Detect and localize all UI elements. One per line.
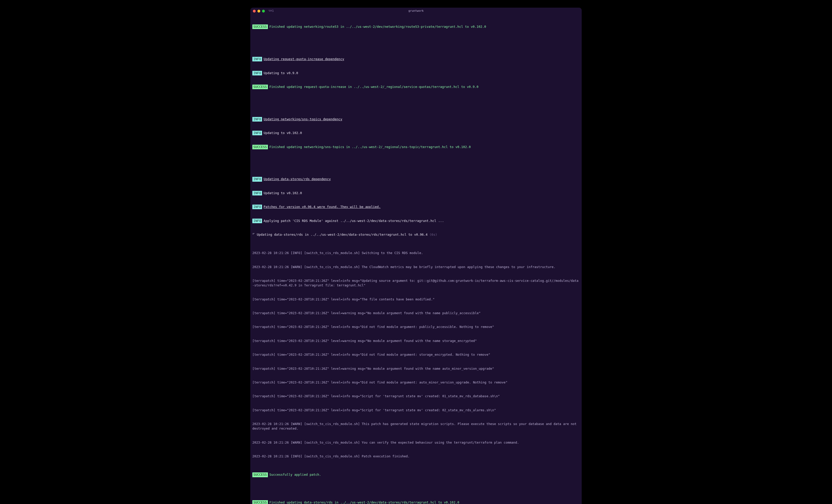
tab-shortcut-label: ⌥⌘1 <box>268 9 274 13</box>
log-line: Successfully applied patch. <box>269 473 321 476</box>
status-badge-success: SUCCESS <box>252 85 268 89</box>
log-line: [terrapatch] time="2023-02-28T10:21:26Z"… <box>252 339 580 343</box>
log-line: 2023-02-28 10:21:26 [INFO] [switch_to_ci… <box>252 251 580 255</box>
status-badge-success: SUCCESS <box>252 145 268 149</box>
log-line: Updating request-quota-increase dependen… <box>264 57 344 61</box>
log-line: Updating to v0.102.0 <box>264 131 302 135</box>
status-badge-info: INFO <box>252 71 262 75</box>
log-line: 2023-02-28 10:21:26 [INFO] [switch_to_ci… <box>252 454 580 459</box>
status-badge-success: SUCCESS <box>252 472 268 477</box>
log-line: Applying patch 'CIS RDS Module' against … <box>264 219 444 223</box>
log-line: Finished updating request-quota-increase… <box>269 85 478 89</box>
log-line: 2023-02-28 10:21:26 [WARN] [switch_to_ci… <box>252 422 580 431</box>
log-line: Updating networking/sns-topics dependenc… <box>264 117 342 121</box>
status-badge-success: SUCCESS <box>252 24 268 29</box>
log-line: Updating to v0.9.0 <box>264 71 298 75</box>
log-line: [terrapatch] time="2023-02-28T10:21:26Z"… <box>252 311 580 315</box>
status-badge-info: INFO <box>252 205 262 209</box>
log-line: [terrapatch] time="2023-02-28T10:21:26Z"… <box>252 278 580 288</box>
titlebar: ⌥⌘1 gruntwork <box>250 8 582 14</box>
spinner-icon: ⠋ <box>252 233 257 236</box>
log-line: [terrapatch] time="2023-02-28T10:21:26Z"… <box>252 297 580 302</box>
status-badge-info: INFO <box>252 117 262 122</box>
log-line: Updating data-stores/rds dependency <box>264 177 331 181</box>
elapsed-time: (6s) <box>430 233 437 236</box>
status-badge-info: INFO <box>252 219 262 223</box>
log-line: Updating data-stores/rds in ../../us-wes… <box>257 233 430 236</box>
status-badge-info: INFO <box>252 191 262 195</box>
terminal-output[interactable]: SUCCESSFinished updating networking/rout… <box>250 14 582 504</box>
log-line: [terrapatch] time="2023-02-28T10:21:26Z"… <box>252 408 580 413</box>
log-line: [terrapatch] time="2023-02-28T10:21:26Z"… <box>252 366 580 371</box>
log-line: [terrapatch] time="2023-02-28T10:21:26Z"… <box>252 394 580 399</box>
log-line: [terrapatch] time="2023-02-28T10:21:26Z"… <box>252 380 580 385</box>
status-badge-info: INFO <box>252 177 262 181</box>
close-button[interactable] <box>253 10 256 12</box>
log-line: Patches for version v0.96.4 were found. … <box>264 205 381 209</box>
log-line: [terrapatch] time="2023-02-28T10:21:26Z"… <box>252 325 580 329</box>
terminal-window: ⌥⌘1 gruntwork SUCCESSFinished updating n… <box>250 8 582 504</box>
log-line: Finished updating data-stores/rds in ../… <box>269 500 459 504</box>
status-badge-info: INFO <box>252 57 262 61</box>
log-line: Finished updating networking/route53 in … <box>269 25 486 29</box>
log-line: Updating to v0.102.0 <box>264 191 302 195</box>
log-line: Finished updating networking/sns-topics … <box>269 145 471 149</box>
log-line: [terrapatch] time="2023-02-28T10:21:26Z"… <box>252 352 580 357</box>
minimize-button[interactable] <box>257 10 260 12</box>
window-title: gruntwork <box>408 9 424 13</box>
log-line: 2023-02-28 10:21:26 [WARN] [switch_to_ci… <box>252 440 580 445</box>
status-badge-success: SUCCESS <box>252 500 268 504</box>
status-badge-info: INFO <box>252 131 262 135</box>
traffic-lights <box>253 10 265 12</box>
log-line: 2023-02-28 10:21:26 [WARN] [switch_to_ci… <box>252 265 580 269</box>
zoom-button[interactable] <box>262 10 265 12</box>
